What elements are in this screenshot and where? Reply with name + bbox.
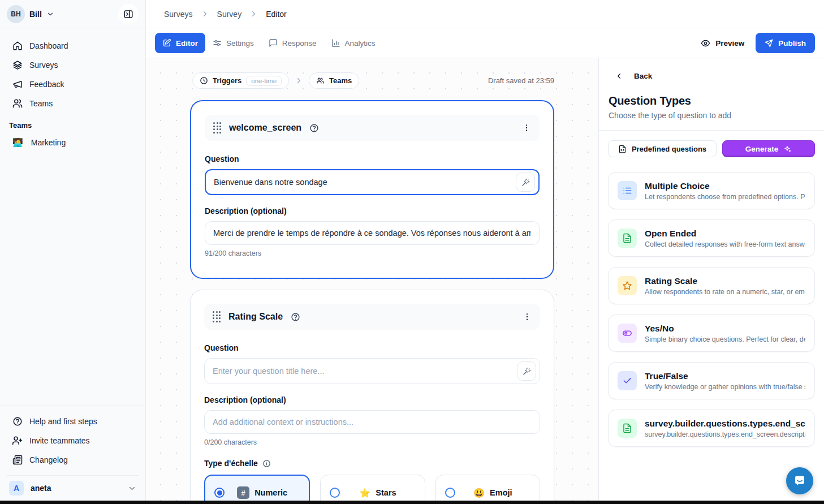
account-name[interactable]: Bill <box>29 10 42 19</box>
question-input-wrap <box>205 169 540 195</box>
sidebar-item-marketing[interactable]: 🧑‍💻 Marketing <box>0 133 145 152</box>
drag-handle-icon[interactable] <box>213 311 221 322</box>
predefined-questions-button[interactable]: Predefined questions <box>608 140 717 157</box>
magic-wand-button[interactable] <box>517 361 536 381</box>
file-text-icon <box>618 419 637 438</box>
circle-question-icon[interactable] <box>291 312 300 322</box>
wand-icon <box>523 367 531 376</box>
type-description: survey.builder.questions.types.end_scree… <box>645 430 805 438</box>
scale-option-emoji[interactable]: 😃 Emoji <box>435 475 540 501</box>
question-label: Question <box>204 343 540 352</box>
predefined-questions-label: Predefined questions <box>632 145 706 153</box>
type-title: Rating Scale <box>645 276 805 286</box>
sidebar-item-dashboard[interactable]: Dashboard <box>7 36 139 55</box>
type-card-yes-no[interactable]: Yes/No Simple binary choice questions. P… <box>608 315 815 352</box>
chevron-right-icon <box>249 10 258 18</box>
toggle-icon <box>618 324 637 343</box>
type-card-open-ended[interactable]: Open Ended Collect detailed responses wi… <box>608 219 815 257</box>
tab-editor[interactable]: Editor <box>155 33 205 53</box>
radio-icon[interactable] <box>330 488 340 498</box>
kebab-menu-icon[interactable] <box>522 123 531 132</box>
description-input[interactable] <box>205 417 540 427</box>
canvas-header: Triggers one-time Teams Draft saved at 2… <box>192 72 554 89</box>
sliders-icon <box>213 38 222 48</box>
workspace-name: aneta <box>31 484 51 493</box>
type-card-rating-scale[interactable]: Rating Scale Allow respondents to rate o… <box>608 267 815 304</box>
scale-option-stars[interactable]: ⭐ Stars <box>320 475 425 501</box>
magic-wand-button[interactable] <box>516 173 535 192</box>
panel-collapse-icon <box>123 9 133 19</box>
triggers-pill[interactable]: Triggers one-time <box>192 72 289 89</box>
kebab-menu-icon[interactable] <box>523 312 532 321</box>
info-icon[interactable] <box>262 459 271 468</box>
breadcrumb-surveys[interactable]: Surveys <box>164 10 193 19</box>
description-label: Description (optional) <box>204 395 540 404</box>
draft-status: Draft saved at 23:59 <box>488 76 554 85</box>
radio-icon[interactable] <box>445 488 455 498</box>
editor-canvas: Triggers one-time Teams Draft saved at 2… <box>146 58 598 501</box>
sidebar-item-feedback[interactable]: Feedback <box>7 75 139 94</box>
sidebar-account-row: BH Bill <box>0 0 145 28</box>
publish-button[interactable]: Publish <box>756 33 815 53</box>
type-title: Yes/No <box>645 324 805 334</box>
question-card-rating-scale[interactable]: Rating Scale Question Description (optio… <box>190 290 554 501</box>
sidebar-item-label: Help and first steps <box>29 417 97 426</box>
type-description: Let respondents choose from predefined o… <box>645 193 805 201</box>
sidebar-item-changelog[interactable]: Changelog <box>7 450 139 469</box>
question-input[interactable] <box>207 178 516 187</box>
sidebar-collapse-button[interactable] <box>118 4 139 24</box>
preview-button[interactable]: Preview <box>701 38 744 48</box>
type-card-multiple-choice[interactable]: Multiple Choice Let respondents choose f… <box>608 172 815 209</box>
radio-selected-icon[interactable] <box>214 488 225 498</box>
help-circle-icon <box>12 416 23 427</box>
sidebar-item-label: Surveys <box>29 61 58 70</box>
tab-analytics[interactable]: Analytics <box>324 33 383 53</box>
workspace-avatar: A <box>9 481 24 496</box>
type-title: True/False <box>645 371 805 381</box>
sidebar-footer: Help and first steps Invite teammates Ch… <box>0 406 145 501</box>
smiley-emoji-icon: 😃 <box>473 488 485 498</box>
tab-settings[interactable]: Settings <box>205 33 261 53</box>
teams-pill[interactable]: Teams <box>309 72 359 89</box>
type-card-end-screen[interactable]: survey.builder.questions.types.end_scr..… <box>608 410 815 447</box>
chevron-left-icon <box>615 72 623 80</box>
type-card-true-false[interactable]: True/False Verify knowledge or gather op… <box>608 362 815 399</box>
scale-option-numeric[interactable]: # Numeric <box>204 475 310 501</box>
drag-handle-icon[interactable] <box>213 122 221 133</box>
question-card-welcome-screen[interactable]: welcome_screen Question Description (opt… <box>190 100 554 279</box>
send-icon <box>765 39 773 48</box>
type-title: Open Ended <box>645 229 805 239</box>
tab-response[interactable]: Response <box>261 33 324 53</box>
question-input[interactable] <box>206 367 517 376</box>
circle-question-icon[interactable] <box>309 123 319 133</box>
pencil-square-icon <box>162 38 171 48</box>
file-code-icon <box>618 145 627 153</box>
chevron-down-icon <box>46 10 54 18</box>
sidebar: BH Bill Dashboard Surveys Feedback Teams… <box>0 0 146 501</box>
sidebar-item-teams[interactable]: Teams <box>7 94 139 113</box>
back-label: Back <box>634 72 652 80</box>
question-label: Question <box>205 154 540 163</box>
message-square-icon <box>269 38 278 48</box>
sidebar-item-invite[interactable]: Invite teammates <box>7 431 139 450</box>
tab-label: Editor <box>176 39 198 48</box>
file-text-icon <box>618 229 637 248</box>
description-input[interactable] <box>205 229 539 238</box>
breadcrumb-survey[interactable]: Survey <box>217 10 242 19</box>
users-icon <box>12 98 23 109</box>
avatar[interactable]: BH <box>7 5 25 23</box>
home-icon <box>12 41 23 51</box>
team-label: Marketing <box>31 138 66 147</box>
question-type-list: Multiple Choice Let respondents choose f… <box>608 172 815 447</box>
back-button[interactable]: Back <box>608 72 815 80</box>
sidebar-item-surveys[interactable]: Surveys <box>7 55 139 75</box>
sidebar-item-label: Dashboard <box>29 41 68 50</box>
sidebar-item-help[interactable]: Help and first steps <box>7 412 139 431</box>
megaphone-icon <box>12 79 23 89</box>
chat-launcher-button[interactable] <box>786 467 813 494</box>
char-count: 91/200 characters <box>205 249 540 257</box>
description-input-wrap <box>205 221 540 245</box>
generate-button[interactable]: Generate <box>722 140 815 157</box>
workspace-switcher[interactable]: A aneta <box>7 475 139 501</box>
star-emoji-icon: ⭐ <box>359 488 370 498</box>
